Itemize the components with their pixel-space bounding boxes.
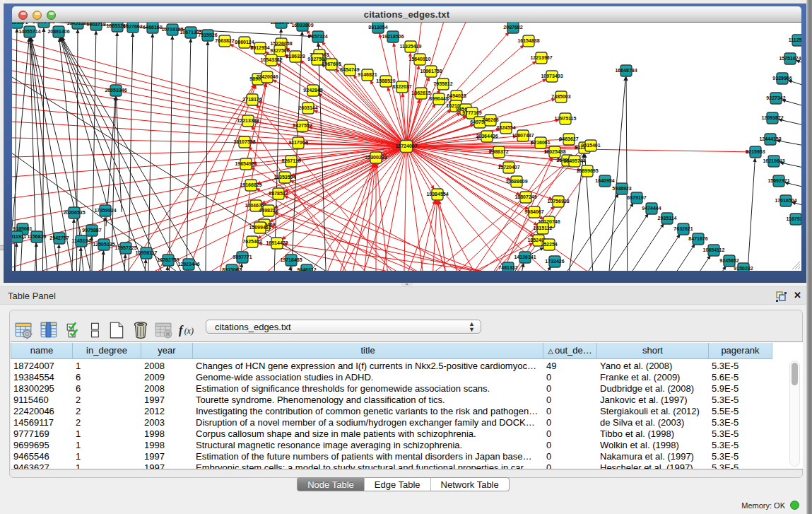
graph-edge-black[interactable]	[205, 42, 208, 271]
delete-table-button[interactable]	[154, 321, 172, 339]
graph-edge-black[interactable]	[33, 243, 37, 271]
table-row[interactable]: 1456911722003Disruption of a novel membe…	[11, 417, 788, 428]
column-header-short[interactable]: short	[597, 343, 709, 359]
close-panel-icon[interactable]: ✕	[794, 290, 801, 300]
graph-edge-black[interactable]	[168, 36, 172, 271]
graph-edge-black[interactable]	[606, 77, 625, 271]
graph-edge-black[interactable]	[185, 39, 191, 271]
function-builder-button[interactable]: f(x)	[178, 321, 196, 339]
table-row[interactable]: 911546021997Tourette syndrome. Phenomeno…	[11, 395, 788, 406]
graph-edge-red[interactable]	[314, 110, 406, 146]
graph-edge-black[interactable]	[777, 141, 801, 148]
table-row[interactable]: 946554611997Estimation of the future num…	[11, 451, 788, 462]
delete-columns-button[interactable]	[131, 321, 150, 339]
graph-edge-red[interactable]	[319, 94, 406, 146]
cell-name: 9699695	[11, 440, 73, 451]
table-mode-button[interactable]	[14, 321, 33, 339]
graph-node-label: 5938923	[612, 186, 631, 191]
graph-edge-black[interactable]	[288, 32, 302, 271]
graph-node-label: 20691408	[33, 23, 54, 24]
tab-edge-table[interactable]: Edge Table	[365, 477, 431, 491]
network-canvas[interactable]: 1402357114055714206914082089140616453287…	[12, 23, 801, 271]
table-row[interactable]: 946362711997Embryonic stem cells: a mode…	[11, 462, 788, 469]
graph-node-label: 19654923	[235, 161, 257, 166]
unselect-all-columns-button[interactable]	[86, 321, 105, 339]
dropdown-arrows-icon: ▲▼	[469, 321, 475, 332]
tab-node-table[interactable]: Node Table	[297, 477, 365, 491]
graph-edge-red[interactable]	[438, 201, 449, 271]
graph-edge-red[interactable]	[396, 148, 584, 271]
cell-in_degree: 1	[73, 451, 141, 462]
network-window-titlebar[interactable]: citations_edges.txt	[12, 6, 801, 23]
graph-edge-red[interactable]	[404, 146, 406, 271]
graph-edge-red[interactable]	[394, 43, 406, 146]
table-selector-dropdown[interactable]: citations_edges.txt ▲▼	[206, 320, 481, 334]
table-row[interactable]: 969969511998Structural magnetic resonanc…	[11, 440, 788, 451]
graph-edge-black[interactable]	[779, 119, 801, 129]
node-table: namein_degreeyeartitle△out_de…shortpager…	[11, 341, 803, 469]
graph-node-label: 16453287	[66, 23, 88, 25]
graph-node-label: 9146821	[358, 72, 377, 77]
network-window-title: citations_edges.txt	[12, 9, 801, 20]
graph-edge-red[interactable]	[413, 201, 436, 271]
graph-edge-black[interactable]	[667, 267, 726, 271]
graph-edge-red[interactable]	[273, 80, 406, 146]
graph-edge-black[interactable]	[523, 267, 551, 271]
graph-edge-black[interactable]	[746, 158, 755, 271]
scrollbar-thumb[interactable]	[792, 363, 798, 385]
table-row[interactable]: 1872400712008Changes of HCN gene express…	[11, 361, 788, 372]
graph-edge-red[interactable]	[259, 102, 406, 146]
graph-node-label: 2718176	[242, 97, 261, 102]
table-row[interactable]: 2242004622012Investigating the contribut…	[11, 406, 788, 417]
tab-network-table[interactable]: Network Table	[431, 477, 510, 491]
graph-node-label: 252254	[541, 242, 557, 247]
graph-edge-black[interactable]	[575, 204, 633, 271]
graph-node-label: 9327500	[270, 48, 289, 53]
select-all-columns-button[interactable]	[65, 321, 83, 339]
graph-node-label: 2087682	[503, 25, 522, 30]
graph-edge-black[interactable]	[652, 256, 710, 271]
column-header-name[interactable]: name	[11, 343, 73, 359]
column-header-out_de[interactable]: △out_de…	[543, 343, 597, 359]
graph-node-label: 1145194	[72, 238, 91, 243]
graph-edge-black[interactable]	[621, 235, 680, 271]
column-header-title[interactable]: title	[193, 343, 543, 359]
graph-node-label: 16210643	[763, 158, 784, 163]
float-window-icon[interactable]	[776, 291, 787, 302]
column-header-pagerank[interactable]: pagerank	[709, 343, 772, 359]
graph-edge-black[interactable]	[76, 30, 78, 271]
cell-pagerank: 5.3E-5	[709, 417, 772, 428]
resize-grip[interactable]	[792, 261, 801, 270]
table-tab-bar: Node TableEdge TableNetwork Table	[0, 477, 806, 496]
table-row[interactable]: 1938455462009Genome-wide association stu…	[11, 372, 788, 383]
cell-in_degree: 6	[73, 383, 141, 395]
table-vertical-scrollbar[interactable]	[789, 361, 800, 467]
graph-node-label: 3824554	[496, 125, 515, 130]
memory-status-indicator[interactable]	[790, 501, 799, 510]
graph-edge-black[interactable]	[589, 214, 648, 271]
cell-name: 9777169	[11, 428, 73, 440]
graph-edge-black[interactable]	[560, 194, 618, 271]
graph-edge-red[interactable]	[12, 24, 406, 146]
graph-node-label: 9117004	[289, 140, 308, 145]
graph-node-label: 7515526	[198, 33, 217, 37]
cell-title: Structural magnetic resonance image aver…	[193, 440, 543, 451]
column-header-year[interactable]: year	[141, 343, 193, 359]
graph-edge-red[interactable]	[12, 136, 406, 146]
graph-node-label: 16107553	[233, 139, 255, 144]
table-row[interactable]: 977716911998Corpus callosum shape and si…	[11, 428, 788, 440]
column-header-label: name	[30, 345, 54, 356]
graph-edge-black[interactable]	[605, 224, 664, 271]
graph-edge-black[interactable]	[636, 245, 695, 271]
column-header-in_degree[interactable]: in_degree	[73, 343, 141, 359]
new-column-button[interactable]	[107, 321, 126, 339]
graph-edge-black[interactable]	[147, 34, 153, 271]
table-row[interactable]: 1830029562008Estimation of significance …	[11, 383, 788, 395]
graph-edge-black[interactable]	[626, 77, 628, 271]
cell-short: Stergiakouli et al. (2012)	[597, 406, 709, 417]
cell-short: Franke et al. (2009)	[597, 372, 709, 383]
graph-node-label: 8990448	[429, 96, 448, 101]
graph-node-label: 1640954	[595, 178, 614, 183]
show-columns-button[interactable]	[40, 321, 58, 339]
cell-title: Investigating the contribution of common…	[193, 406, 543, 417]
